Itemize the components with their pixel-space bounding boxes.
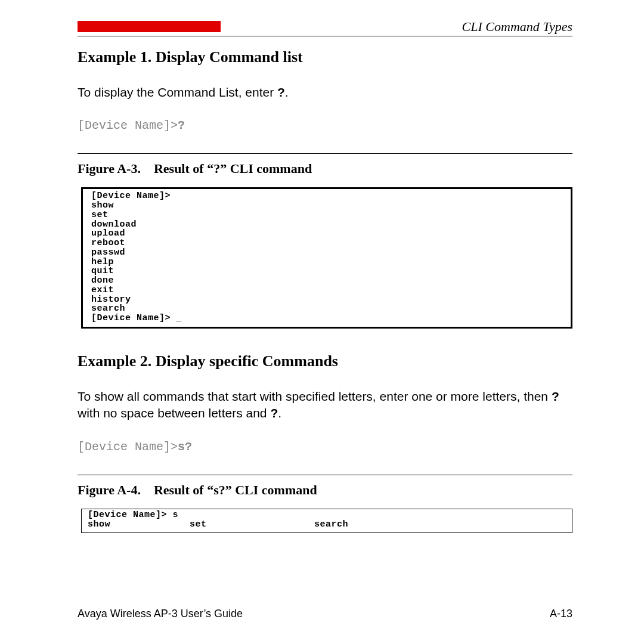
header-rule (78, 36, 572, 36)
figure-a4-title: Result of “s?” CLI command (154, 482, 317, 497)
figure-a3-num: Figure A-3. (78, 161, 141, 176)
example1-body-pre: To display the Command List, enter (78, 85, 277, 99)
example2-body: To show all commands that start with spe… (78, 388, 572, 422)
footer-left: Avaya Wireless AP-3 User’s Guide (78, 608, 243, 620)
figure-a4-caption: Figure A-4.Result of “s?” CLI command (78, 482, 572, 498)
figure-a4-num: Figure A-4. (78, 482, 141, 497)
example1-heading: Example 1. Display Command list (78, 48, 572, 66)
example2-prompt: [Device Name]>s? (78, 440, 572, 454)
figure-a4-terminal: [Device Name]> s show set search (81, 509, 572, 533)
example1-body: To display the Command List, enter ?. (78, 84, 572, 101)
question-mark: ? (552, 389, 559, 403)
example2-body-pre: To show all commands that start with spe… (78, 389, 552, 403)
prompt-cmd: s? (178, 440, 192, 454)
example1-prompt: [Device Name]>? (78, 119, 572, 132)
prompt-cmd: ? (178, 119, 185, 132)
figure-a4-rule (78, 475, 572, 475)
figure-a3-terminal: [Device Name]> show set download upload … (81, 187, 572, 329)
example2-body-mid: with no space between letters and (78, 406, 270, 420)
footer: Avaya Wireless AP-3 User’s Guide A-13 (78, 608, 572, 620)
example2-body-post: . (278, 406, 281, 420)
prompt-prefix: [Device Name]> (78, 119, 178, 132)
figure-a3-rule (78, 153, 572, 154)
figure-a3-caption: Figure A-3.Result of “?” CLI command (78, 161, 572, 177)
prompt-prefix: [Device Name]> (78, 440, 178, 454)
page: CLI Command Types Example 1. Display Com… (0, 0, 644, 644)
topbar: CLI Command Types (78, 21, 572, 35)
footer-right: A-13 (550, 608, 572, 620)
example2-heading: Example 2. Display specific Commands (78, 352, 572, 370)
section-title: CLI Command Types (462, 19, 572, 35)
figure-a3-title: Result of “?” CLI command (154, 161, 312, 176)
question-mark: ? (270, 406, 278, 420)
red-block (78, 21, 221, 32)
question-mark: ? (277, 85, 285, 99)
example1-body-post: . (285, 85, 289, 99)
